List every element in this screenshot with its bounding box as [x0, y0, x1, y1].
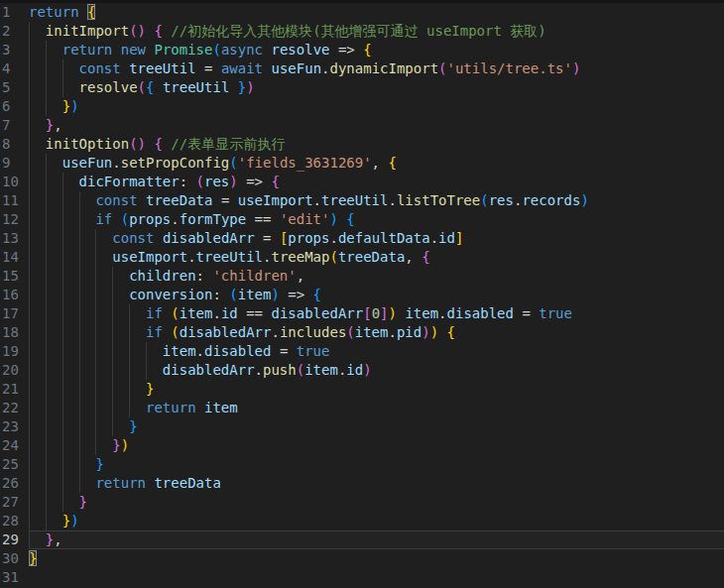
line-number[interactable]: 18	[0, 323, 29, 342]
line-number[interactable]: 27	[0, 493, 29, 512]
line-number[interactable]: 16	[0, 286, 29, 304]
code-line[interactable]: 21}	[0, 380, 724, 399]
token	[112, 42, 120, 58]
line-number[interactable]: 21	[0, 380, 29, 399]
code-line[interactable]: 18if (disabledArr.includes(item.pid)) {	[0, 323, 724, 342]
code-line[interactable]: 3return new Promise(async resolve => {	[0, 41, 724, 59]
token: }	[62, 98, 70, 114]
line-number[interactable]: 8	[0, 135, 29, 154]
line-number[interactable]: 31	[0, 568, 29, 587]
token: =	[212, 192, 237, 208]
line-number[interactable]: 19	[0, 342, 29, 361]
code-line[interactable]: 4const treeUtil = await useFun.dynamicIm…	[0, 59, 724, 78]
code-line[interactable]: 12if (props.formType == 'edit') {	[0, 210, 724, 229]
indent-guide	[46, 342, 47, 361]
line-number[interactable]: 3	[0, 41, 29, 59]
line-number[interactable]: 10	[0, 173, 29, 191]
code-line[interactable]: 9useFun.setPropConfig('fields_3631269', …	[0, 154, 724, 173]
line-number[interactable]: 24	[0, 436, 29, 455]
indent-guide	[29, 116, 30, 135]
code-line[interactable]: 23}	[0, 417, 724, 436]
code-line[interactable]: 7},	[0, 116, 724, 135]
line-number[interactable]: 25	[0, 455, 29, 474]
code-line[interactable]: 19item.disabled = true	[0, 342, 724, 361]
indent-guide	[79, 248, 80, 267]
line-number[interactable]: 28	[0, 512, 29, 530]
code-line[interactable]: 8initOption() { //表单显示前执行	[0, 135, 724, 154]
line-number[interactable]: 20	[0, 361, 29, 380]
token: treeData	[146, 192, 212, 208]
code-line[interactable]: 15children: 'children',	[0, 267, 724, 286]
line-number[interactable]: 30	[0, 549, 29, 568]
indent-guide	[29, 210, 30, 229]
code-editor[interactable]: 1return {2initImport() { //初始化导入其他模块(其他增…	[0, 3, 724, 587]
indent-guide	[29, 417, 30, 436]
line-number[interactable]: 4	[0, 59, 29, 78]
token: ,	[372, 155, 389, 171]
line-number[interactable]: 9	[0, 154, 29, 173]
token: .	[196, 343, 204, 359]
indent-guide	[129, 361, 130, 380]
line-number[interactable]: 5	[0, 78, 29, 97]
indent-guide	[46, 474, 47, 493]
code-line[interactable]: 29},	[0, 530, 724, 549]
token: .	[321, 60, 329, 76]
code-line[interactable]: 31	[0, 568, 724, 587]
code-line[interactable]: 28})	[0, 512, 724, 530]
indent-guide	[79, 361, 80, 380]
token: {	[346, 211, 354, 227]
line-number[interactable]: 1	[0, 3, 29, 22]
indent-guide	[79, 286, 80, 304]
line-number[interactable]: 14	[0, 248, 29, 267]
code-line[interactable]: 2initImport() { //初始化导入其他模块(其他增强可通过 useI…	[0, 22, 724, 41]
indent-guide	[46, 191, 47, 210]
indent-guide	[79, 455, 80, 474]
indent-guide	[29, 248, 30, 267]
line-number[interactable]: 12	[0, 210, 29, 229]
line-number[interactable]: 15	[0, 267, 29, 286]
line-number[interactable]: 26	[0, 474, 29, 493]
code-line[interactable]: 11const treeData = useImport.treeUtil.li…	[0, 191, 724, 210]
indent-guide	[29, 229, 30, 248]
indent-guide	[29, 399, 30, 417]
indent-guide	[46, 229, 47, 248]
code-content: })	[29, 512, 724, 530]
line-number[interactable]: 11	[0, 191, 29, 210]
code-content: }	[29, 549, 724, 568]
indent-guide	[46, 417, 47, 436]
line-number[interactable]: 2	[0, 22, 29, 41]
indent-guide	[46, 455, 47, 474]
code-content: },	[29, 116, 724, 135]
code-line[interactable]: 10dicFormatter: (res) => {	[0, 173, 724, 191]
code-line[interactable]: 5resolve({ treeUtil })	[0, 78, 724, 97]
line-number[interactable]: 7	[0, 116, 29, 135]
code-line[interactable]: 14useImport.treeUtil.treeMap(treeData, {	[0, 248, 724, 267]
token: conversion	[129, 287, 212, 302]
code-line[interactable]: 24})	[0, 436, 724, 455]
line-number[interactable]: 17	[0, 304, 29, 323]
line-number[interactable]: 29	[0, 530, 29, 549]
code-line[interactable]: 30}	[0, 549, 724, 568]
line-number[interactable]: 23	[0, 417, 29, 436]
code-line[interactable]: 6})	[0, 97, 724, 116]
token: 'fields_3631269'	[238, 155, 372, 171]
code-line[interactable]: 17if (item.id == disabledArr[0]) item.di…	[0, 304, 724, 323]
line-number[interactable]: 6	[0, 97, 29, 116]
indent-guide	[29, 191, 30, 210]
code-line[interactable]: 26return treeData	[0, 474, 724, 493]
code-line[interactable]: 16conversion: (item) => {	[0, 286, 724, 304]
indent-guide	[46, 493, 47, 512]
code-content: dicFormatter: (res) => {	[29, 173, 724, 191]
code-line[interactable]: 22return item	[0, 399, 724, 417]
code-line[interactable]: 27}	[0, 493, 724, 512]
code-line[interactable]: 13const disabledArr = [props.defaultData…	[0, 229, 724, 248]
code-content: disabledArr.push(item.id)	[29, 361, 724, 380]
token: )	[138, 23, 146, 39]
code-line[interactable]: 20disabledArr.push(item.id)	[0, 361, 724, 380]
code-line[interactable]: 25}	[0, 455, 724, 474]
code-line[interactable]: 1return {	[0, 3, 724, 22]
line-number[interactable]: 22	[0, 399, 29, 417]
token: treeUtil	[196, 249, 263, 265]
line-number[interactable]: 13	[0, 229, 29, 248]
code-content: if (item.id == disabledArr[0]) item.disa…	[29, 304, 724, 323]
